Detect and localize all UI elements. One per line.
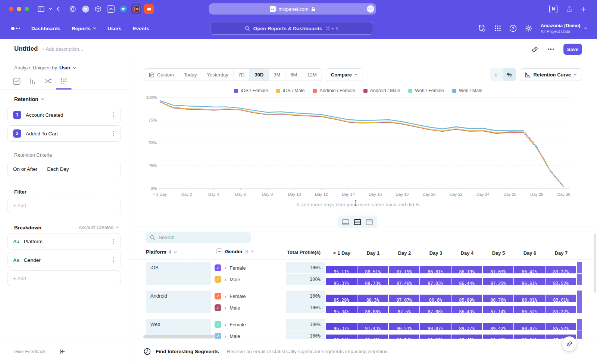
retention-value-cell[interactable]: 95.37%: [326, 278, 357, 285]
date-range-custom[interactable]: Custom: [144, 69, 179, 81]
copy-link-icon[interactable]: [532, 46, 538, 53]
js-tab-icon[interactable]: JS: [106, 4, 116, 14]
help-icon[interactable]: ?: [509, 25, 517, 32]
retention-line-chart[interactable]: 0%25%50%75%100%< 1 DayDay 2Day 4Day 6Day…: [144, 94, 573, 198]
share-icon[interactable]: [566, 6, 572, 12]
legend-item[interactable]: Web / Female: [408, 88, 444, 93]
retention-value-cell[interactable]: 87.07%: [389, 295, 419, 302]
retention-value-cell[interactable]: 83.27%: [546, 266, 576, 273]
window-zoom-button[interactable]: [25, 7, 29, 11]
retention-value-cell[interactable]: 86.76%: [483, 295, 513, 302]
series-checkbox[interactable]: ✓: [215, 293, 221, 299]
retention-value-cell[interactable]: 88.07%: [514, 323, 545, 330]
settings-gear-icon[interactable]: [525, 25, 532, 32]
report-description-placeholder[interactable]: + Add description...: [42, 46, 83, 52]
red-app-tab-icon[interactable]: [131, 4, 141, 14]
tab-retention[interactable]: [59, 77, 68, 86]
criteria-interval[interactable]: Each Day: [47, 166, 69, 172]
collapse-sidebar-icon[interactable]: [60, 349, 65, 354]
retention-value-cell[interactable]: 95.29%: [326, 295, 357, 302]
date-range-3m[interactable]: 3M: [269, 69, 285, 81]
retention-value-cell[interactable]: 88.73%: [357, 278, 388, 285]
date-range-12m[interactable]: 12M: [302, 69, 321, 81]
series-checkbox[interactable]: ✓: [215, 321, 221, 328]
retention-value-cell[interactable]: 86.42%: [514, 266, 545, 273]
chevron-down-icon[interactable]: [49, 8, 52, 10]
project-switcher[interactable]: Amazonia {Demo} All Project Data: [541, 23, 587, 34]
retention-value-cell[interactable]: 90.07%: [420, 323, 451, 330]
give-feedback-link[interactable]: Give Feedback: [14, 349, 46, 354]
retention-value-cell[interactable]: 87.03%: [420, 278, 451, 285]
legend-item[interactable]: Android / Male: [363, 88, 400, 93]
retention-value-cell[interactable]: 96.04%: [326, 335, 357, 339]
series-checkbox[interactable]: ✓: [215, 264, 221, 271]
retention-value-cell[interactable]: 89.42%: [483, 323, 513, 330]
retention-value-cell[interactable]: 91.41%: [357, 335, 388, 339]
breakdown-menu-icon[interactable]: [111, 237, 115, 245]
retention-criteria-card[interactable]: On or After Each Day: [7, 161, 121, 177]
filter-add-button[interactable]: + Add: [7, 198, 121, 213]
soundcloud-tab-icon[interactable]: [144, 4, 154, 14]
series-checkbox[interactable]: ✓: [215, 276, 221, 283]
date-range-6m[interactable]: 6M: [285, 69, 302, 81]
criteria-condition[interactable]: On or After: [13, 166, 37, 172]
retention-value-cell[interactable]: 86.44%: [451, 278, 482, 285]
save-button[interactable]: Save: [563, 44, 582, 55]
retention-value-cell[interactable]: 91.43%: [357, 323, 388, 330]
date-range-today[interactable]: Today: [179, 69, 202, 81]
breakdown-gender[interactable]: Aa Gender: [7, 252, 121, 268]
breakdown-platform[interactable]: Aa Platform: [7, 233, 121, 250]
retention-value-cell[interactable]: 86.43%: [451, 306, 482, 313]
legend-item[interactable]: iOS / Female: [234, 88, 268, 93]
sidebar-toggle-icon[interactable]: [38, 6, 44, 12]
retention-value-cell[interactable]: 87.08%: [420, 306, 451, 313]
chart-view-toggle[interactable]: [342, 219, 349, 225]
series-checkbox[interactable]: ✓: [215, 333, 221, 339]
back-icon[interactable]: [57, 6, 60, 12]
absolute-mode-button[interactable]: #: [490, 68, 503, 81]
retention-value-cell[interactable]: 88.3%: [357, 295, 388, 302]
report-title[interactable]: Untitled: [14, 45, 38, 53]
series-checkbox[interactable]: ✓: [215, 304, 221, 311]
retention-value-cell[interactable]: 83.52%: [546, 278, 576, 285]
retention-step-a[interactable]: 1 Account Created: [7, 107, 121, 123]
retention-value-cell[interactable]: 87.5%: [389, 306, 419, 313]
retention-value-cell[interactable]: 89.43%: [451, 335, 482, 339]
retention-value-cell[interactable]: 89.46%: [483, 335, 513, 339]
nav-users[interactable]: Users: [107, 26, 122, 31]
blue-bird-tab-icon[interactable]: [119, 4, 128, 14]
rings-tab-icon[interactable]: [68, 4, 78, 14]
retention-value-cell[interactable]: 85.89%: [451, 295, 482, 302]
expand-row-icon[interactable]: ›: [225, 322, 226, 327]
retention-value-cell[interactable]: 87.25%: [483, 278, 513, 285]
chart-type-dropdown[interactable]: Retention Curve: [520, 68, 582, 81]
window-minimize-button[interactable]: [17, 7, 21, 11]
vertical-scrollbar[interactable]: [594, 234, 596, 293]
browser-address-bar[interactable]: mixpanel.com: [209, 3, 376, 15]
cube-tab-icon[interactable]: [93, 4, 103, 14]
retention-value-cell[interactable]: 90.54%: [389, 335, 419, 339]
retention-value-cell[interactable]: 87.46%: [389, 278, 419, 285]
date-range-yesterday[interactable]: Yesterday: [202, 69, 234, 81]
retention-value-cell[interactable]: 87.03%: [483, 266, 513, 273]
retention-value-cell[interactable]: 90.01%: [420, 335, 451, 339]
analyze-value[interactable]: User: [59, 65, 71, 70]
percent-mode-button[interactable]: %: [503, 68, 516, 81]
gender-column-header[interactable]: − Gender 3: [216, 248, 254, 254]
date-range-30d[interactable]: 30D: [250, 69, 269, 81]
select-all-checkbox[interactable]: −: [216, 248, 222, 254]
more-options-icon[interactable]: [548, 48, 554, 50]
step-menu-icon[interactable]: [111, 129, 115, 138]
retention-value-cell[interactable]: 89.37%: [451, 323, 482, 330]
analyze-uniques-control[interactable]: Analyze Uniques by User: [14, 65, 76, 70]
table-search-input[interactable]: Search: [146, 232, 251, 243]
segments-title[interactable]: Find Interesting Segments: [156, 349, 219, 354]
expand-row-icon[interactable]: ›: [225, 265, 226, 271]
platform-column-header[interactable]: Platform 4: [146, 249, 177, 255]
legend-item[interactable]: Web / Male: [452, 88, 482, 93]
expand-row-icon[interactable]: ›: [225, 294, 226, 299]
retention-value-cell[interactable]: 87.15%: [389, 266, 419, 273]
nav-dashboards[interactable]: Dashboards: [31, 26, 60, 31]
retention-value-cell[interactable]: 83.22%: [546, 306, 576, 313]
retention-value-cell[interactable]: 95.11%: [326, 266, 357, 273]
